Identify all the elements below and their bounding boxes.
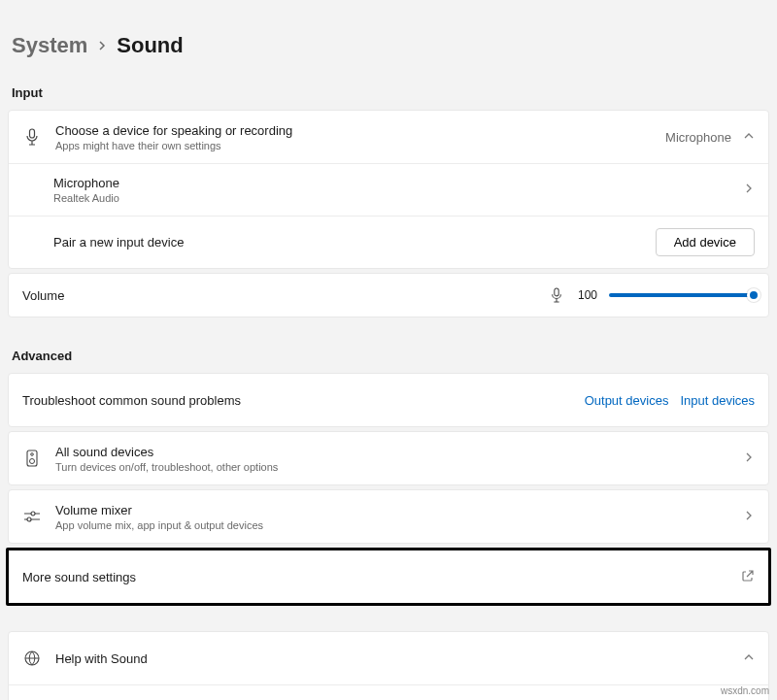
- microphone-device-subtitle: Realtek Audio: [53, 192, 729, 204]
- breadcrumb-parent[interactable]: System: [12, 33, 87, 58]
- help-with-sound-row[interactable]: Help with Sound: [9, 632, 768, 684]
- help-title: Help with Sound: [55, 651, 729, 666]
- slider-thumb[interactable]: [747, 288, 760, 302]
- choose-device-value: Microphone: [665, 130, 731, 145]
- svg-point-3: [31, 453, 34, 456]
- choose-input-device-row[interactable]: Choose a device for speaking or recordin…: [9, 111, 768, 163]
- watermark: wsxdn.com: [721, 685, 769, 696]
- microphone-icon: [22, 128, 42, 146]
- section-label-input: Input: [8, 82, 769, 110]
- chevron-right-icon: [97, 38, 107, 53]
- volume-mixer-row[interactable]: Volume mixer App volume mix, app input &…: [9, 490, 768, 543]
- volume-label: Volume: [22, 288, 64, 303]
- mixer-subtitle: App volume mix, app input & output devic…: [55, 519, 729, 531]
- volume-card: Volume 100: [8, 273, 769, 317]
- chevron-up-icon: [743, 130, 755, 145]
- chevron-up-icon: [743, 651, 755, 666]
- all-sound-devices-card[interactable]: All sound devices Turn devices on/off, t…: [8, 431, 769, 485]
- volume-slider[interactable]: [609, 293, 755, 297]
- more-settings-title: More sound settings: [22, 570, 727, 584]
- all-sound-devices-row[interactable]: All sound devices Turn devices on/off, t…: [9, 432, 768, 484]
- help-link-row: Setting up a microphone: [9, 684, 768, 700]
- microphone-device-title: Microphone: [53, 176, 729, 190]
- input-devices-link[interactable]: Input devices: [680, 393, 755, 408]
- breadcrumb: System Sound: [8, 25, 769, 66]
- section-label-advanced: Advanced: [8, 345, 769, 373]
- svg-point-5: [31, 512, 35, 516]
- pair-device-title: Pair a new input device: [53, 235, 642, 250]
- volume-value: 100: [578, 288, 597, 302]
- choose-device-subtitle: Apps might have their own settings: [55, 140, 652, 151]
- troubleshoot-card: Troubleshoot common sound problems Outpu…: [8, 373, 769, 427]
- more-sound-settings-row[interactable]: More sound settings: [9, 550, 768, 603]
- more-sound-settings-card[interactable]: More sound settings: [6, 548, 771, 606]
- input-card: Choose a device for speaking or recordin…: [8, 110, 769, 269]
- input-volume-row: Volume 100: [9, 274, 768, 317]
- svg-point-6: [27, 517, 31, 521]
- svg-rect-1: [555, 288, 558, 296]
- page-title: Sound: [117, 33, 183, 58]
- choose-device-title: Choose a device for speaking or recordin…: [55, 123, 652, 138]
- output-devices-link[interactable]: Output devices: [585, 393, 669, 408]
- volume-mixer-card[interactable]: Volume mixer App volume mix, app input &…: [8, 489, 769, 544]
- troubleshoot-row: Troubleshoot common sound problems Outpu…: [9, 374, 768, 426]
- mixer-title: Volume mixer: [55, 503, 729, 517]
- help-card: Help with Sound Setting up a microphone: [8, 631, 769, 700]
- svg-rect-0: [30, 129, 35, 138]
- mixer-icon: [22, 510, 42, 523]
- microphone-device-row[interactable]: Microphone Realtek Audio: [9, 163, 768, 216]
- all-devices-subtitle: Turn devices on/off, troubleshoot, other…: [55, 461, 729, 473]
- chevron-right-icon: [743, 510, 755, 524]
- all-devices-title: All sound devices: [55, 445, 729, 459]
- chevron-right-icon: [743, 451, 755, 466]
- add-device-button[interactable]: Add device: [656, 228, 755, 256]
- svg-point-4: [30, 459, 35, 464]
- globe-help-icon: [22, 650, 42, 667]
- speaker-device-icon: [22, 450, 42, 467]
- microphone-icon[interactable]: [547, 287, 566, 303]
- troubleshoot-title: Troubleshoot common sound problems: [22, 393, 571, 408]
- external-link-icon: [741, 569, 755, 585]
- pair-input-device-row: Pair a new input device Add device: [9, 216, 768, 268]
- chevron-right-icon: [743, 183, 755, 197]
